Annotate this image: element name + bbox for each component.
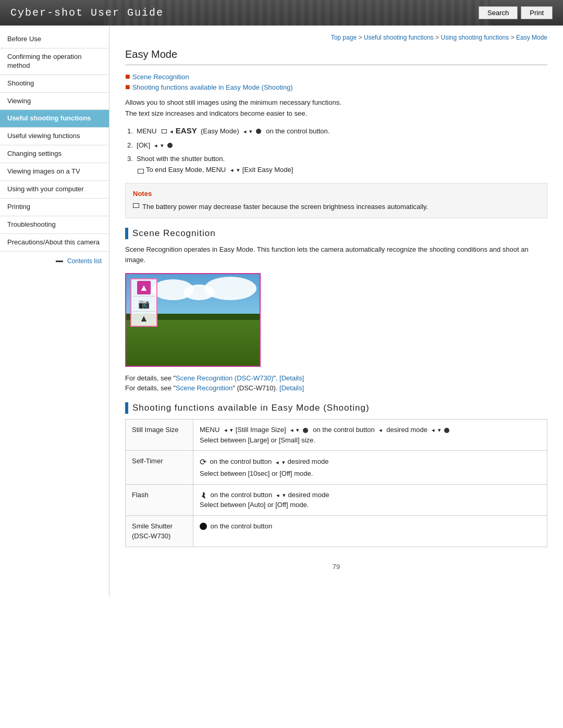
notes-box: Notes The battery power may decrease fas… bbox=[125, 183, 547, 218]
breadcrumb: Top page > Useful shooting functions > U… bbox=[125, 34, 547, 41]
breadcrumb-using-shooting[interactable]: Using shooting functions bbox=[441, 34, 509, 41]
details-link-w710[interactable]: [Details] bbox=[279, 384, 304, 392]
functions-table: Still Image Size MENU ◂ ▾ [Still Image S… bbox=[125, 419, 547, 547]
sidebar-item-troubleshooting[interactable]: Troubleshooting bbox=[0, 216, 109, 234]
table-arrow-7: ▾ bbox=[438, 426, 441, 435]
table-arrow-1: ◂ bbox=[224, 426, 227, 435]
camera-image: ▲ 📷 ▲ bbox=[125, 273, 261, 367]
shooting-functions-section: Shooting functions available in Easy Mod… bbox=[125, 402, 547, 576]
table-arrow-5: ◂ bbox=[379, 426, 382, 435]
self-timer-icon: ⟳ bbox=[200, 456, 206, 468]
arrow-6: ◂ bbox=[230, 166, 234, 175]
cam-mode-divider bbox=[133, 296, 155, 297]
cam-mode-box: ▲ 📷 ▲ bbox=[130, 278, 157, 327]
sidebar: Before Use Confirming the operation meth… bbox=[0, 26, 109, 597]
print-button[interactable]: Print bbox=[521, 6, 553, 19]
shooting-functions-link[interactable]: Shooting functions available in Easy Mod… bbox=[132, 83, 293, 91]
camera-image-container: ▲ 📷 ▲ bbox=[125, 273, 261, 367]
scene-recognition-text: Scene Recognition operates in Easy Mode.… bbox=[125, 244, 547, 266]
sidebar-item-changing-settings[interactable]: Changing settings bbox=[0, 145, 109, 163]
description-line2: The text size increases and indicators b… bbox=[125, 108, 547, 119]
notes-content: The battery power may decrease faster be… bbox=[133, 202, 540, 213]
main-content: Top page > Useful shooting functions > U… bbox=[109, 26, 563, 597]
search-button[interactable]: Search bbox=[479, 6, 518, 19]
app-title: Cyber-shot User Guide bbox=[10, 7, 164, 19]
sidebar-item-precautions[interactable]: Precautions/About this camera bbox=[0, 234, 109, 252]
sidebar-item-shooting[interactable]: Shooting bbox=[0, 75, 109, 93]
header: Cyber-shot User Guide Search Print bbox=[0, 0, 563, 26]
breadcrumb-sep1: > bbox=[358, 34, 363, 41]
notes-text: The battery power may decrease faster be… bbox=[142, 202, 428, 213]
cam-mode-macro: ▲ bbox=[139, 313, 149, 324]
details-link-w730[interactable]: [Details] bbox=[279, 374, 304, 382]
table-circle-2 bbox=[444, 428, 449, 433]
flash-icon bbox=[200, 491, 207, 499]
table-arrow-2: ▾ bbox=[230, 426, 233, 435]
cam-mode-divider-2 bbox=[133, 311, 155, 312]
breadcrumb-useful-shooting[interactable]: Useful shooting functions bbox=[364, 34, 434, 41]
arrow-7: ▾ bbox=[237, 166, 240, 175]
circle-icon-1 bbox=[256, 129, 261, 134]
section-bar-2 bbox=[125, 402, 128, 414]
step-3-sub: To end Easy Mode, MENU ◂ ▾ [Exit Easy Mo… bbox=[138, 165, 547, 176]
note-marker bbox=[133, 203, 139, 208]
circle-icon-2 bbox=[167, 143, 173, 148]
scene-recognition-w730-link[interactable]: Scene Recognition (DSC-W730) bbox=[176, 374, 273, 382]
contents-icon bbox=[56, 261, 63, 262]
details-links: For details, see "Scene Recognition (DSC… bbox=[125, 374, 547, 392]
section-bar-1 bbox=[125, 228, 128, 239]
steps: 1. MENU ◂ EASY (Easy Mode) ◂ ▾ on the co… bbox=[125, 125, 547, 176]
table-arrow-11: ▾ bbox=[283, 491, 286, 500]
breadcrumb-easy-mode[interactable]: Easy Mode bbox=[516, 34, 547, 41]
table-cell-selftimer-desc: ⟳ on the control button ◂ ▾ desired mode… bbox=[193, 451, 547, 485]
sidebar-item-computer[interactable]: Using with your computer bbox=[0, 181, 109, 199]
scene-recognition-link[interactable]: Scene Recognition bbox=[132, 73, 189, 81]
sidebar-item-printing[interactable]: Printing bbox=[0, 199, 109, 216]
sub-marker bbox=[138, 169, 144, 174]
link-list-item-1: ■ Scene Recognition bbox=[125, 72, 547, 81]
scene-recognition-heading: Scene Recognition bbox=[125, 228, 547, 239]
scene-recognition-w710-link[interactable]: Scene Recognition bbox=[176, 384, 232, 392]
arrow-3: ▾ bbox=[249, 127, 252, 137]
easy-label: EASY bbox=[176, 126, 197, 135]
smile-icon bbox=[200, 523, 207, 530]
shooting-functions-heading: Shooting functions available in Easy Mod… bbox=[125, 402, 547, 414]
contents-list-link[interactable]: Contents list bbox=[67, 257, 102, 265]
table-cell-selftimer-label: Self-Timer bbox=[126, 451, 193, 485]
table-arrow-10: ◂ bbox=[276, 491, 279, 500]
cam-mode-landscape: ▲ bbox=[137, 281, 151, 294]
table-row-smile: Smile Shutter (DSC-W730) on the control … bbox=[126, 515, 547, 547]
details-link-1: For details, see "Scene Recognition (DSC… bbox=[125, 374, 547, 382]
layout: Before Use Confirming the operation meth… bbox=[0, 26, 563, 597]
link-icon-2: ■ bbox=[125, 83, 130, 91]
notes-label: Notes bbox=[133, 189, 540, 200]
link-list-item-2: ■ Shooting functions available in Easy M… bbox=[125, 83, 547, 91]
page-title: Easy Mode bbox=[125, 48, 547, 65]
link-list: ■ Scene Recognition ■ Shooting functions… bbox=[125, 72, 547, 91]
table-row-self-timer: Self-Timer ⟳ on the control button ◂ ▾ d… bbox=[126, 451, 547, 485]
sidebar-item-useful-shooting[interactable]: Useful shooting functions bbox=[0, 110, 109, 128]
scene-recognition-title: Scene Recognition bbox=[132, 228, 216, 239]
table-row-flash: Flash on the control button ◂ ▾ desired … bbox=[126, 484, 547, 515]
table-cell-still-label: Still Image Size bbox=[126, 419, 193, 451]
sidebar-item-viewing[interactable]: Viewing bbox=[0, 93, 109, 110]
step-1: 1. MENU ◂ EASY (Easy Mode) ◂ ▾ on the co… bbox=[125, 125, 547, 137]
sidebar-item-before-use[interactable]: Before Use bbox=[0, 31, 109, 48]
scene-recognition-section: Scene Recognition Scene Recognition oper… bbox=[125, 228, 547, 392]
table-cell-smile-desc: on the control button bbox=[193, 515, 547, 547]
arrow-5: ▾ bbox=[161, 141, 164, 151]
step-3: 3. Shoot with the shutter button. To end… bbox=[125, 154, 547, 176]
cam-overlay: ▲ 📷 ▲ bbox=[126, 274, 260, 366]
table-arrow-8: ◂ bbox=[276, 458, 279, 467]
table-circle-1 bbox=[303, 428, 308, 433]
page-footer: 79 bbox=[125, 558, 547, 576]
table-cell-flash-desc: on the control button ◂ ▾ desired mode S… bbox=[193, 484, 547, 515]
sidebar-item-confirming[interactable]: Confirming the operation method bbox=[0, 48, 109, 75]
sidebar-item-useful-viewing[interactable]: Useful viewing functions bbox=[0, 128, 109, 145]
link-icon-1: ■ bbox=[125, 72, 130, 81]
sidebar-item-viewing-tv[interactable]: Viewing images on a TV bbox=[0, 163, 109, 181]
table-cell-smile-label: Smile Shutter (DSC-W730) bbox=[126, 515, 193, 547]
menu-icon-1 bbox=[162, 129, 167, 133]
cam-mode-portrait: 📷 bbox=[138, 298, 150, 310]
breadcrumb-top[interactable]: Top page bbox=[331, 34, 357, 41]
